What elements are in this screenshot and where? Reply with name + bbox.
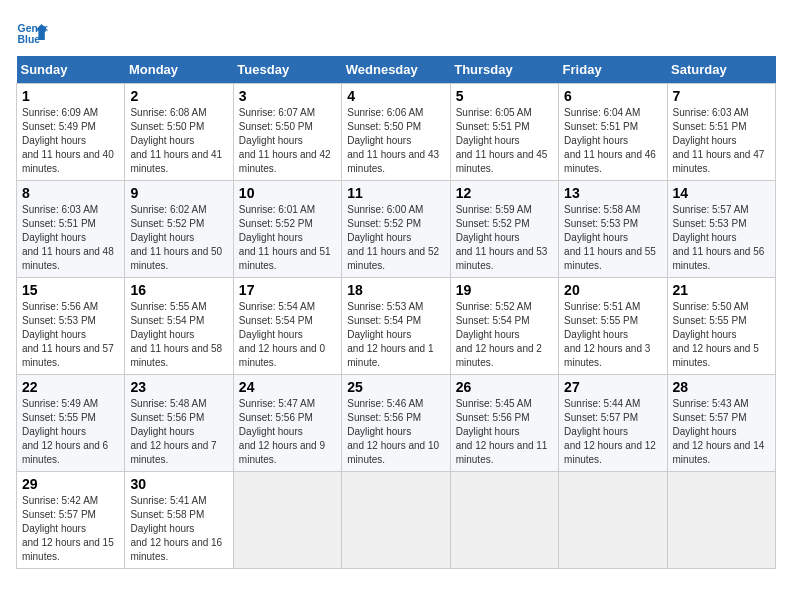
day-detail: Sunrise: 6:05 AMSunset: 5:51 PMDaylight … <box>456 107 548 174</box>
calendar-cell: 16 Sunrise: 5:55 AMSunset: 5:54 PMDaylig… <box>125 278 233 375</box>
day-detail: Sunrise: 5:55 AMSunset: 5:54 PMDaylight … <box>130 301 222 368</box>
week-row: 15 Sunrise: 5:56 AMSunset: 5:53 PMDaylig… <box>17 278 776 375</box>
day-number: 25 <box>347 379 444 395</box>
calendar-cell: 27 Sunrise: 5:44 AMSunset: 5:57 PMDaylig… <box>559 375 667 472</box>
week-row: 1 Sunrise: 6:09 AMSunset: 5:49 PMDayligh… <box>17 84 776 181</box>
day-header-saturday: Saturday <box>667 56 775 84</box>
calendar-cell: 14 Sunrise: 5:57 AMSunset: 5:53 PMDaylig… <box>667 181 775 278</box>
day-number: 27 <box>564 379 661 395</box>
calendar-cell: 23 Sunrise: 5:48 AMSunset: 5:56 PMDaylig… <box>125 375 233 472</box>
day-detail: Sunrise: 5:48 AMSunset: 5:56 PMDaylight … <box>130 398 216 465</box>
day-number: 24 <box>239 379 336 395</box>
day-number: 12 <box>456 185 553 201</box>
day-detail: Sunrise: 6:09 AMSunset: 5:49 PMDaylight … <box>22 107 114 174</box>
week-row: 22 Sunrise: 5:49 AMSunset: 5:55 PMDaylig… <box>17 375 776 472</box>
day-detail: Sunrise: 5:56 AMSunset: 5:53 PMDaylight … <box>22 301 114 368</box>
calendar-cell: 29 Sunrise: 5:42 AMSunset: 5:57 PMDaylig… <box>17 472 125 569</box>
calendar-cell: 1 Sunrise: 6:09 AMSunset: 5:49 PMDayligh… <box>17 84 125 181</box>
day-detail: Sunrise: 6:03 AMSunset: 5:51 PMDaylight … <box>22 204 114 271</box>
calendar-cell: 22 Sunrise: 5:49 AMSunset: 5:55 PMDaylig… <box>17 375 125 472</box>
day-number: 15 <box>22 282 119 298</box>
day-detail: Sunrise: 6:04 AMSunset: 5:51 PMDaylight … <box>564 107 656 174</box>
day-number: 19 <box>456 282 553 298</box>
calendar-cell: 25 Sunrise: 5:46 AMSunset: 5:56 PMDaylig… <box>342 375 450 472</box>
day-detail: Sunrise: 6:07 AMSunset: 5:50 PMDaylight … <box>239 107 331 174</box>
day-detail: Sunrise: 5:46 AMSunset: 5:56 PMDaylight … <box>347 398 439 465</box>
day-number: 10 <box>239 185 336 201</box>
day-number: 29 <box>22 476 119 492</box>
day-detail: Sunrise: 5:50 AMSunset: 5:55 PMDaylight … <box>673 301 759 368</box>
day-detail: Sunrise: 5:49 AMSunset: 5:55 PMDaylight … <box>22 398 108 465</box>
day-number: 22 <box>22 379 119 395</box>
day-detail: Sunrise: 5:54 AMSunset: 5:54 PMDaylight … <box>239 301 325 368</box>
day-number: 5 <box>456 88 553 104</box>
day-detail: Sunrise: 5:52 AMSunset: 5:54 PMDaylight … <box>456 301 542 368</box>
day-detail: Sunrise: 6:06 AMSunset: 5:50 PMDaylight … <box>347 107 439 174</box>
day-number: 17 <box>239 282 336 298</box>
calendar-cell <box>559 472 667 569</box>
day-detail: Sunrise: 5:59 AMSunset: 5:52 PMDaylight … <box>456 204 548 271</box>
day-number: 11 <box>347 185 444 201</box>
week-row: 8 Sunrise: 6:03 AMSunset: 5:51 PMDayligh… <box>17 181 776 278</box>
calendar-cell <box>450 472 558 569</box>
day-number: 20 <box>564 282 661 298</box>
svg-text:Blue: Blue <box>18 34 41 45</box>
calendar-cell: 2 Sunrise: 6:08 AMSunset: 5:50 PMDayligh… <box>125 84 233 181</box>
day-number: 28 <box>673 379 770 395</box>
calendar-cell: 20 Sunrise: 5:51 AMSunset: 5:55 PMDaylig… <box>559 278 667 375</box>
day-detail: Sunrise: 5:42 AMSunset: 5:57 PMDaylight … <box>22 495 114 562</box>
calendar-cell: 5 Sunrise: 6:05 AMSunset: 5:51 PMDayligh… <box>450 84 558 181</box>
day-detail: Sunrise: 5:44 AMSunset: 5:57 PMDaylight … <box>564 398 656 465</box>
day-number: 3 <box>239 88 336 104</box>
calendar-cell: 10 Sunrise: 6:01 AMSunset: 5:52 PMDaylig… <box>233 181 341 278</box>
day-number: 1 <box>22 88 119 104</box>
day-number: 23 <box>130 379 227 395</box>
calendar-cell: 8 Sunrise: 6:03 AMSunset: 5:51 PMDayligh… <box>17 181 125 278</box>
day-number: 21 <box>673 282 770 298</box>
day-number: 30 <box>130 476 227 492</box>
day-number: 26 <box>456 379 553 395</box>
day-header-thursday: Thursday <box>450 56 558 84</box>
calendar-cell: 24 Sunrise: 5:47 AMSunset: 5:56 PMDaylig… <box>233 375 341 472</box>
calendar-cell <box>233 472 341 569</box>
logo-icon: General Blue <box>16 16 48 48</box>
day-detail: Sunrise: 6:00 AMSunset: 5:52 PMDaylight … <box>347 204 439 271</box>
page-header: General Blue <box>16 16 776 48</box>
day-detail: Sunrise: 5:47 AMSunset: 5:56 PMDaylight … <box>239 398 325 465</box>
calendar-cell: 17 Sunrise: 5:54 AMSunset: 5:54 PMDaylig… <box>233 278 341 375</box>
calendar-cell: 30 Sunrise: 5:41 AMSunset: 5:58 PMDaylig… <box>125 472 233 569</box>
calendar-cell: 26 Sunrise: 5:45 AMSunset: 5:56 PMDaylig… <box>450 375 558 472</box>
calendar-cell: 13 Sunrise: 5:58 AMSunset: 5:53 PMDaylig… <box>559 181 667 278</box>
day-number: 16 <box>130 282 227 298</box>
day-detail: Sunrise: 6:02 AMSunset: 5:52 PMDaylight … <box>130 204 222 271</box>
day-header-wednesday: Wednesday <box>342 56 450 84</box>
calendar-cell <box>342 472 450 569</box>
day-header-tuesday: Tuesday <box>233 56 341 84</box>
week-row: 29 Sunrise: 5:42 AMSunset: 5:57 PMDaylig… <box>17 472 776 569</box>
day-detail: Sunrise: 5:43 AMSunset: 5:57 PMDaylight … <box>673 398 765 465</box>
calendar-cell: 12 Sunrise: 5:59 AMSunset: 5:52 PMDaylig… <box>450 181 558 278</box>
day-number: 6 <box>564 88 661 104</box>
calendar-cell: 6 Sunrise: 6:04 AMSunset: 5:51 PMDayligh… <box>559 84 667 181</box>
day-detail: Sunrise: 5:53 AMSunset: 5:54 PMDaylight … <box>347 301 433 368</box>
day-number: 8 <box>22 185 119 201</box>
day-number: 18 <box>347 282 444 298</box>
day-number: 2 <box>130 88 227 104</box>
day-number: 7 <box>673 88 770 104</box>
calendar-cell: 15 Sunrise: 5:56 AMSunset: 5:53 PMDaylig… <box>17 278 125 375</box>
calendar-cell: 18 Sunrise: 5:53 AMSunset: 5:54 PMDaylig… <box>342 278 450 375</box>
day-header-monday: Monday <box>125 56 233 84</box>
day-number: 4 <box>347 88 444 104</box>
calendar-table: SundayMondayTuesdayWednesdayThursdayFrid… <box>16 56 776 569</box>
calendar-cell: 19 Sunrise: 5:52 AMSunset: 5:54 PMDaylig… <box>450 278 558 375</box>
calendar-cell: 7 Sunrise: 6:03 AMSunset: 5:51 PMDayligh… <box>667 84 775 181</box>
day-detail: Sunrise: 5:58 AMSunset: 5:53 PMDaylight … <box>564 204 656 271</box>
calendar-cell: 3 Sunrise: 6:07 AMSunset: 5:50 PMDayligh… <box>233 84 341 181</box>
calendar-cell: 9 Sunrise: 6:02 AMSunset: 5:52 PMDayligh… <box>125 181 233 278</box>
day-detail: Sunrise: 5:57 AMSunset: 5:53 PMDaylight … <box>673 204 765 271</box>
logo: General Blue <box>16 16 52 48</box>
day-detail: Sunrise: 5:51 AMSunset: 5:55 PMDaylight … <box>564 301 650 368</box>
day-detail: Sunrise: 5:41 AMSunset: 5:58 PMDaylight … <box>130 495 222 562</box>
day-header-sunday: Sunday <box>17 56 125 84</box>
calendar-cell: 28 Sunrise: 5:43 AMSunset: 5:57 PMDaylig… <box>667 375 775 472</box>
